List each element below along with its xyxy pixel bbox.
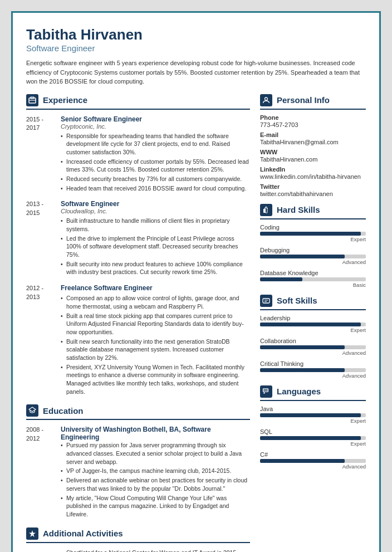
edu-details: University of Washington Bothell, BA, So… [61, 426, 250, 519]
soft-skills-icon [260, 295, 272, 307]
activities-bullets: Shortlisted for a National Center for Wo… [26, 549, 250, 552]
job-title: Software Engineer [61, 200, 250, 208]
skill-level-label: Expert [260, 441, 366, 447]
edu-title: University of Washington Bothell, BA, So… [61, 426, 250, 441]
soft-skills-title: Soft Skills [277, 296, 317, 305]
education-title: Education [43, 406, 84, 416]
bullet-item: President, XYZ University Young Women in… [61, 363, 250, 396]
email-value: TabithaHirvanen@gmail.com [260, 139, 366, 145]
skill-row-0: LeadershipExpert [260, 315, 366, 333]
skill-bar-fill [260, 232, 361, 236]
skill-row-2: Database KnowledgeBasic [260, 270, 366, 288]
skill-bar-fill [260, 436, 361, 440]
activities-title: Additional Activities [43, 529, 123, 538]
bullet-item: Built security into new product features… [61, 260, 250, 276]
skill-name: Java [260, 406, 366, 412]
hard-skills-header: Hard Skills [260, 204, 366, 219]
skill-row-0: JavaExpert [260, 406, 366, 424]
education-list: 2008 - 2012University of Washington Both… [26, 426, 250, 519]
twitter-label: Twitter [260, 183, 366, 190]
skill-bar-container [260, 277, 366, 281]
resume-container: Tabitha Hirvanen Software Engineer Energ… [11, 11, 381, 552]
skill-name: Debugging [260, 247, 366, 253]
job-title: Freelance Software Engineer [61, 284, 250, 292]
languages-header: Languages [260, 385, 366, 401]
twitter-value: twitter.com/tabithahirvanen [260, 190, 366, 197]
hard-skills-title: Hard Skills [277, 205, 320, 214]
email-label: E-mail [260, 131, 366, 138]
education-icon [26, 404, 38, 417]
skill-level-label: Expert [260, 418, 366, 424]
svg-rect-11 [263, 299, 270, 303]
skill-level-label: Advanced [260, 463, 366, 470]
job-bullets: Built infrastructure to handle millions … [61, 217, 250, 276]
skill-bar-container [260, 459, 366, 463]
right-column: Personal Info Phone 773-457-2703 E-mail … [260, 94, 366, 553]
left-column: Experience 2015 - 2017Senior Software En… [26, 94, 250, 553]
job-title: Senior Software Engineer [61, 115, 250, 123]
skill-level-label: Expert [260, 236, 366, 242]
linkedin-label: LinkedIn [260, 166, 366, 173]
skill-bar-fill [260, 459, 345, 463]
skill-bar-container [260, 413, 366, 417]
skill-bar-fill [260, 368, 345, 372]
skill-bar-fill [260, 413, 361, 417]
main-content: Experience 2015 - 2017Senior Software En… [26, 94, 366, 553]
job-company: Cryptoconic, Inc. [61, 123, 250, 130]
hard-skills-icon [260, 204, 272, 216]
phone-value: 773-457-2703 [260, 121, 366, 128]
linkedin-value: www.linkedin.com/in/tabitha-hirvanen [260, 173, 366, 180]
skill-row-0: CodingExpert [260, 224, 366, 242]
bullet-item: Headed team that received 2016 BOSSIE aw… [61, 184, 250, 193]
languages-title: Languages [277, 387, 321, 396]
svg-rect-14 [263, 388, 268, 392]
skill-name: Database Knowledge [260, 270, 366, 276]
job-details: Software EngineerCloudwallop, Inc.Built … [61, 200, 250, 277]
education-entry-0: 2008 - 2012University of Washington Both… [26, 426, 250, 519]
personal-icon [260, 94, 272, 106]
skill-row-1: CollaborationAdvanced [260, 338, 366, 356]
skill-name: Critical Thinking [260, 360, 366, 367]
phone-label: Phone [260, 114, 366, 121]
personal-info-title: Personal Info [277, 95, 330, 105]
bullet-item: Built infrastructure to handle millions … [61, 217, 250, 233]
job-dates: 2013 - 2015 [26, 200, 54, 277]
job-dates: 2015 - 2017 [26, 115, 54, 194]
activities-list: Shortlisted for a National Center for Wo… [26, 549, 250, 552]
skill-row-1: SQLExpert [260, 428, 366, 447]
svg-point-8 [265, 97, 268, 100]
edu-bullets: Pursued my passion for Java server progr… [61, 441, 250, 518]
svg-marker-4 [29, 530, 36, 537]
skill-bar-fill [260, 323, 361, 326]
soft-skills-list: LeadershipExpertCollaborationAdvancedCri… [260, 315, 366, 379]
skill-bar-container [260, 255, 366, 258]
skill-level-label: Advanced [260, 350, 366, 356]
job-details: Freelance Software EngineerComposed an a… [61, 284, 250, 397]
www-value: TabithaHirvanen.com [260, 156, 366, 163]
personal-info-header: Personal Info [260, 94, 366, 110]
header: Tabitha Hirvanen Software Engineer Energ… [26, 26, 366, 86]
bullet-item: Led the drive to implement the Principle… [61, 235, 250, 259]
experience-icon [26, 94, 38, 106]
job-company: Cloudwallop, Inc. [61, 208, 250, 214]
experience-title: Experience [43, 95, 87, 105]
bullet-item: Increased code efficiency of customer po… [61, 158, 250, 174]
soft-skills-header: Soft Skills [260, 295, 366, 310]
skill-level-label: Basic [260, 282, 366, 288]
candidate-name: Tabitha Hirvanen [26, 26, 366, 43]
languages-icon [260, 385, 272, 398]
job-details: Senior Software EngineerCryptoconic, Inc… [61, 115, 250, 194]
education-section-header: Education [26, 404, 250, 420]
bullet-item: Delivered an actionable webinar on best … [61, 476, 250, 492]
skill-bar-container [260, 323, 366, 326]
skill-bar-container [260, 368, 366, 372]
skill-level-label: Expert [260, 327, 366, 333]
hard-skills-list: CodingExpertDebuggingAdvancedDatabase Kn… [260, 224, 366, 288]
experience-entry-0: 2015 - 2017Senior Software EngineerCrypt… [26, 115, 250, 194]
skill-name: C# [260, 451, 366, 458]
skill-row-2: C#Advanced [260, 451, 366, 470]
skill-row-2: Critical ThinkingAdvanced [260, 360, 366, 379]
bullet-item: Pursued my passion for Java server progr… [61, 441, 250, 466]
personal-info-block: Phone 773-457-2703 E-mail TabithaHirvane… [260, 114, 366, 197]
job-bullets: Responsible for spearheading teams that … [61, 132, 250, 193]
